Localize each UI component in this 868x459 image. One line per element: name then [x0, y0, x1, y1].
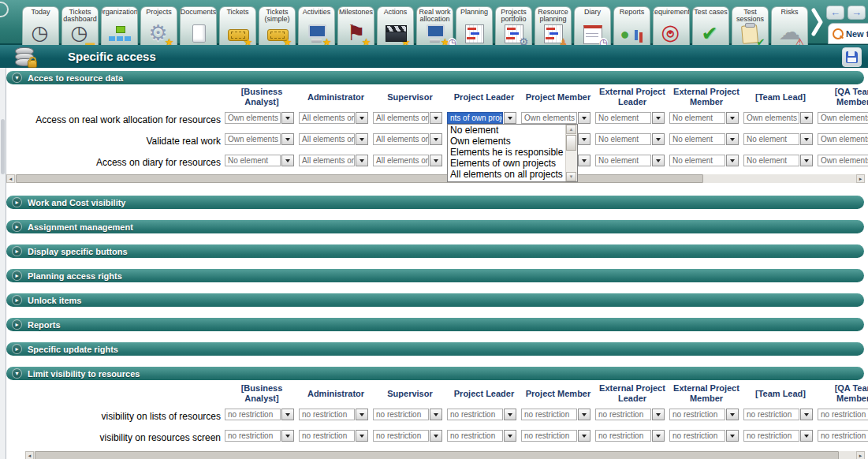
- chevron-down-icon[interactable]: [652, 155, 665, 166]
- chevron-down-icon[interactable]: [652, 409, 665, 420]
- select-access-on-real-work-allocation-for-resources-qa-team-member[interactable]: Own elements: [818, 112, 868, 124]
- tab-test-cases[interactable]: Test cases: [692, 6, 729, 45]
- tab-reports[interactable]: Reports: [613, 6, 650, 45]
- dropdown-option-all-elements-on-all-projects[interactable]: All elements on all projects: [448, 169, 577, 180]
- chevron-down-icon[interactable]: [652, 430, 665, 442]
- chevron-down-icon[interactable]: [281, 430, 294, 442]
- section-header-display-specific-buttons[interactable]: ▸Display specific buttons: [6, 244, 864, 258]
- tab-test-sessions[interactable]: Test sessions✔: [732, 6, 769, 45]
- section-header-work-and-cost-visibility[interactable]: ▸Work and Cost visibility: [6, 196, 864, 209]
- scrollbar-thumb[interactable]: [16, 174, 703, 183]
- select-visibility-on-lists-of-resources-administrator[interactable]: no restriction: [299, 409, 368, 420]
- chevron-down-icon[interactable]: [281, 409, 294, 420]
- select-visibility-on-lists-of-resources-team-lead[interactable]: no restriction: [743, 409, 813, 420]
- chevron-down-icon[interactable]: [504, 409, 516, 420]
- tab-tickets-simple[interactable]: Tickets (simple)★: [259, 6, 296, 45]
- chevron-down-icon[interactable]: [800, 112, 813, 124]
- new-tab-button[interactable]: New ta: [828, 23, 868, 44]
- section-header-unlock-items[interactable]: ▸Unlock items: [6, 293, 864, 307]
- section-header-limit-visibility-to-resources[interactable]: ▾Limit visibility to resources: [6, 367, 864, 380]
- scroll-left-icon[interactable]: ◂: [25, 451, 34, 459]
- select-visibility-on-lists-of-resources-supervisor[interactable]: no restriction: [373, 409, 442, 420]
- dropdown-option-elements-he-is-responsible-for[interactable]: Elements he is responsible for: [448, 147, 577, 158]
- section-header-specific-update-rights[interactable]: ▸Specific update rights: [6, 342, 864, 356]
- expand-arrow-icon[interactable]: ▸: [12, 319, 22, 330]
- select-access-on-diary-for-resources-administrator[interactable]: All elements on all: [299, 155, 368, 166]
- scroll-left-icon[interactable]: ◂: [6, 174, 15, 183]
- dropdown-option-no-element[interactable]: No element: [448, 125, 577, 136]
- chevron-down-icon[interactable]: [356, 155, 368, 166]
- select-access-on-diary-for-resources-team-lead[interactable]: No element: [743, 155, 813, 166]
- select-validate-real-work-supervisor[interactable]: All elements on all: [373, 133, 442, 145]
- chevron-down-icon[interactable]: [726, 112, 739, 124]
- select-access-on-real-work-allocation-for-resources-external-project-leader[interactable]: No element: [595, 112, 665, 124]
- chevron-down-icon[interactable]: [430, 430, 442, 442]
- select-access-on-real-work-allocation-for-resources-business-analyst[interactable]: Own elements: [225, 112, 294, 124]
- tab-documents[interactable]: Documents: [180, 6, 217, 45]
- chevron-down-icon[interactable]: [430, 155, 442, 166]
- select-visibility-on-lists-of-resources-project-member[interactable]: no restriction: [521, 409, 590, 420]
- select-visibility-on-resources-screen-business-analyst[interactable]: no restriction: [225, 430, 294, 442]
- scrollbar-track[interactable]: [15, 174, 856, 183]
- chevron-down-icon[interactable]: [430, 112, 442, 124]
- chevron-down-icon[interactable]: [726, 430, 739, 442]
- select-validate-real-work-team-lead[interactable]: No element: [743, 133, 813, 145]
- chevron-down-icon[interactable]: [356, 112, 368, 124]
- tab-risks[interactable]: Risks⚠: [771, 6, 808, 45]
- chevron-down-icon[interactable]: [652, 133, 665, 145]
- chevron-down-icon[interactable]: [800, 155, 813, 166]
- select-access-on-diary-for-resources-qa-team-member[interactable]: Own elements: [818, 155, 868, 166]
- save-button[interactable]: [842, 47, 862, 67]
- collapse-arrow-icon[interactable]: ▾: [12, 368, 22, 379]
- expand-arrow-icon[interactable]: ▸: [12, 271, 22, 281]
- select-access-on-diary-for-resources-external-project-member[interactable]: No element: [669, 155, 739, 166]
- select-validate-real-work-external-project-member[interactable]: No element: [669, 133, 739, 145]
- select-visibility-on-lists-of-resources-business-analyst[interactable]: no restriction: [225, 409, 294, 420]
- tab-projects[interactable]: Projects★: [140, 6, 177, 45]
- chevron-down-icon[interactable]: [504, 430, 516, 442]
- expand-tabs-chevron-icon[interactable]: [811, 8, 823, 36]
- chevron-down-icon[interactable]: [578, 133, 590, 145]
- select-access-on-real-work-allocation-for-resources-external-project-member[interactable]: No element: [669, 112, 739, 124]
- chevron-down-icon[interactable]: [726, 133, 739, 145]
- select-access-on-real-work-allocation-for-resources-supervisor[interactable]: All elements on all: [373, 112, 442, 124]
- select-validate-real-work-administrator[interactable]: All elements on all: [299, 133, 368, 145]
- chevron-down-icon[interactable]: [356, 133, 368, 145]
- access-section-scrollbar[interactable]: ◂▸: [6, 174, 865, 183]
- select-access-on-real-work-allocation-for-resources-project-leader[interactable]: nts of own projects: [447, 112, 516, 124]
- select-visibility-on-resources-screen-project-leader[interactable]: no restriction: [447, 430, 516, 442]
- chevron-down-icon[interactable]: [281, 155, 294, 166]
- section-header-acces-to-resource-data[interactable]: ▾Acces to resource data: [6, 71, 864, 84]
- select-visibility-on-resources-screen-team-lead[interactable]: no restriction: [743, 430, 813, 442]
- collapse-arrow-icon[interactable]: ▾: [12, 73, 22, 83]
- chevron-down-icon[interactable]: [356, 430, 368, 442]
- tab-activities[interactable]: Activities★: [298, 6, 335, 45]
- tab-tickets-dashboard[interactable]: Tickets dashboard▬: [61, 6, 99, 45]
- select-access-on-diary-for-resources-external-project-leader[interactable]: No element: [595, 155, 665, 166]
- chevron-down-icon[interactable]: [726, 155, 739, 166]
- expand-arrow-icon[interactable]: ▸: [12, 246, 22, 256]
- chevron-down-icon[interactable]: [726, 409, 739, 420]
- chevron-down-icon[interactable]: [504, 112, 516, 124]
- select-visibility-on-resources-screen-external-project-member[interactable]: no restriction: [669, 430, 739, 442]
- chevron-down-icon[interactable]: [430, 133, 442, 145]
- chevron-down-icon[interactable]: [578, 112, 590, 124]
- select-access-on-diary-for-resources-supervisor[interactable]: All elements on all: [373, 155, 442, 166]
- tab-requirements[interactable]: Requirements: [653, 6, 690, 45]
- dropdown-option-own-elements[interactable]: Own elements: [448, 136, 577, 147]
- dropdown-scrollbar[interactable]: ▲ ▼: [565, 125, 577, 181]
- select-access-on-real-work-allocation-for-resources-project-member[interactable]: Own elements: [521, 112, 590, 124]
- scrollbar-thumb[interactable]: [566, 135, 576, 151]
- chevron-down-icon[interactable]: [800, 133, 813, 145]
- select-visibility-on-resources-screen-administrator[interactable]: no restriction: [299, 430, 368, 442]
- scroll-up-icon[interactable]: ▲: [566, 125, 576, 134]
- tab-milestones[interactable]: Milestones★: [337, 6, 374, 45]
- expand-arrow-icon[interactable]: ▸: [12, 222, 22, 232]
- chevron-down-icon[interactable]: [578, 155, 590, 166]
- chevron-down-icon[interactable]: [652, 112, 665, 124]
- collapsed-menu-button[interactable]: [0, 2, 9, 17]
- left-panel-scrollbar[interactable]: [1, 119, 5, 174]
- section-header-assignment-management[interactable]: ▸Assignment management: [6, 220, 864, 233]
- scroll-right-icon[interactable]: ▸: [856, 174, 865, 183]
- select-access-on-real-work-allocation-for-resources-team-lead[interactable]: Own elements: [743, 112, 813, 124]
